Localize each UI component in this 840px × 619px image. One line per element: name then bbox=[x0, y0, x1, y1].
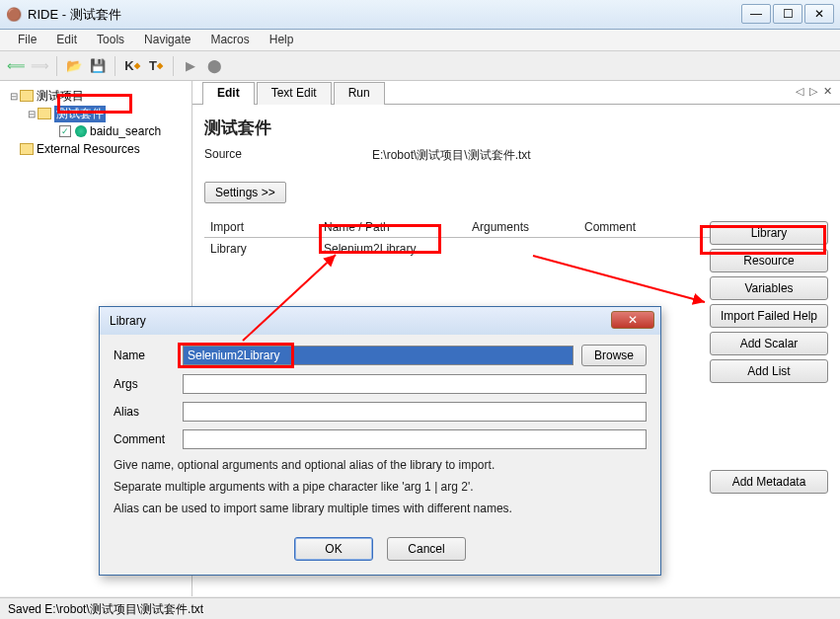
menu-navigate[interactable]: Navigate bbox=[134, 30, 200, 50]
close-button[interactable]: ✕ bbox=[804, 4, 834, 24]
tree-suite[interactable]: ⊟ 测试套件 bbox=[4, 105, 188, 122]
resource-button[interactable]: Resource bbox=[710, 249, 828, 272]
menu-file[interactable]: File bbox=[8, 30, 46, 50]
tab-prev-icon[interactable]: ◁ bbox=[796, 85, 803, 98]
minimize-button[interactable]: — bbox=[741, 4, 771, 24]
dialog-titlebar[interactable]: Library ✕ bbox=[100, 307, 660, 335]
keyword-icon[interactable]: K◆ bbox=[122, 56, 142, 76]
header-import: Import bbox=[204, 217, 318, 237]
dlg-comment-input[interactable] bbox=[183, 429, 647, 449]
cancel-button[interactable]: Cancel bbox=[387, 537, 466, 561]
add-metadata-button[interactable]: Add Metadata bbox=[710, 470, 828, 494]
tree-external[interactable]: External Resources bbox=[4, 140, 188, 158]
add-list-button[interactable]: Add List bbox=[710, 359, 828, 383]
cell-name: Selenium2Library bbox=[324, 242, 472, 256]
settings-button[interactable]: Settings >> bbox=[204, 182, 286, 203]
source-path: E:\robot\测试项目\测试套件.txt bbox=[372, 147, 531, 164]
globe-icon bbox=[75, 125, 87, 137]
tab-next-icon[interactable]: ▷ bbox=[809, 85, 817, 98]
dialog-close-button[interactable]: ✕ bbox=[611, 311, 654, 329]
variables-button[interactable]: Variables bbox=[710, 276, 828, 300]
library-dialog: Library ✕ Name Browse Args Alias Comment… bbox=[99, 306, 661, 576]
maximize-button[interactable]: ☐ bbox=[773, 4, 802, 24]
cell-import: Library bbox=[210, 242, 324, 256]
test-icon[interactable]: T◆ bbox=[146, 56, 166, 76]
window-titlebar: 🟤 RIDE - 测试套件 — ☐ ✕ bbox=[0, 0, 840, 30]
dialog-title: Library bbox=[110, 314, 146, 328]
statusbar: Saved E:\robot\测试项目\测试套件.txt bbox=[0, 597, 840, 619]
window-title: RIDE - 测试套件 bbox=[28, 6, 121, 24]
app-icon: 🟤 bbox=[6, 7, 22, 23]
menu-help[interactable]: Help bbox=[260, 30, 304, 50]
dlg-name-input[interactable] bbox=[183, 346, 573, 365]
dlg-hint1: Give name, optional arguments and option… bbox=[114, 457, 647, 473]
checkbox-icon[interactable]: ✓ bbox=[59, 125, 71, 137]
tabs: Edit Text Edit Run ◁ ▷ ✕ bbox=[192, 81, 840, 105]
dlg-args-input[interactable] bbox=[183, 374, 647, 394]
stop-icon[interactable]: ⬤ bbox=[204, 56, 224, 76]
dlg-alias-input[interactable] bbox=[183, 402, 647, 422]
page-title: 测试套件 bbox=[204, 116, 828, 139]
tab-close-icon[interactable]: ✕ bbox=[823, 85, 832, 98]
save-icon[interactable]: 💾 bbox=[88, 56, 108, 76]
ok-button[interactable]: OK bbox=[294, 537, 373, 561]
header-args: Arguments bbox=[466, 217, 578, 237]
dlg-name-label: Name bbox=[114, 348, 183, 362]
run-icon[interactable]: ▶ bbox=[181, 56, 200, 76]
dlg-comment-label: Comment bbox=[114, 432, 183, 446]
source-label: Source bbox=[204, 147, 372, 164]
dlg-hint2: Separate multiple arguments with a pipe … bbox=[114, 479, 647, 495]
header-name: Name / Path bbox=[318, 217, 466, 237]
tree-root[interactable]: ⊟ 测试项目 bbox=[4, 87, 188, 105]
browse-button[interactable]: Browse bbox=[581, 345, 647, 366]
import-failed-button[interactable]: Import Failed Help bbox=[710, 304, 828, 328]
tab-textedit[interactable]: Text Edit bbox=[257, 82, 332, 105]
toolbar: ⟸ ⟹ 📂 💾 K◆ T◆ ▶ ⬤ bbox=[0, 51, 840, 81]
menu-tools[interactable]: Tools bbox=[87, 30, 134, 50]
dlg-alias-label: Alias bbox=[114, 405, 183, 419]
menubar: File Edit Tools Navigate Macros Help bbox=[0, 30, 840, 51]
forward-icon[interactable]: ⟹ bbox=[30, 56, 49, 76]
back-icon[interactable]: ⟸ bbox=[6, 56, 26, 76]
library-button[interactable]: Library bbox=[710, 221, 828, 245]
add-scalar-button[interactable]: Add Scalar bbox=[710, 332, 828, 355]
menu-macros[interactable]: Macros bbox=[200, 30, 259, 50]
open-icon[interactable]: 📂 bbox=[64, 56, 84, 76]
tree-test[interactable]: ✓ baidu_search bbox=[4, 122, 188, 140]
tab-edit[interactable]: Edit bbox=[202, 82, 255, 105]
header-comment: Comment bbox=[578, 217, 697, 237]
dlg-args-label: Args bbox=[114, 377, 183, 391]
menu-edit[interactable]: Edit bbox=[46, 30, 87, 50]
dlg-hint3: Alias can be used to import same library… bbox=[114, 501, 647, 516]
tab-run[interactable]: Run bbox=[334, 82, 385, 105]
